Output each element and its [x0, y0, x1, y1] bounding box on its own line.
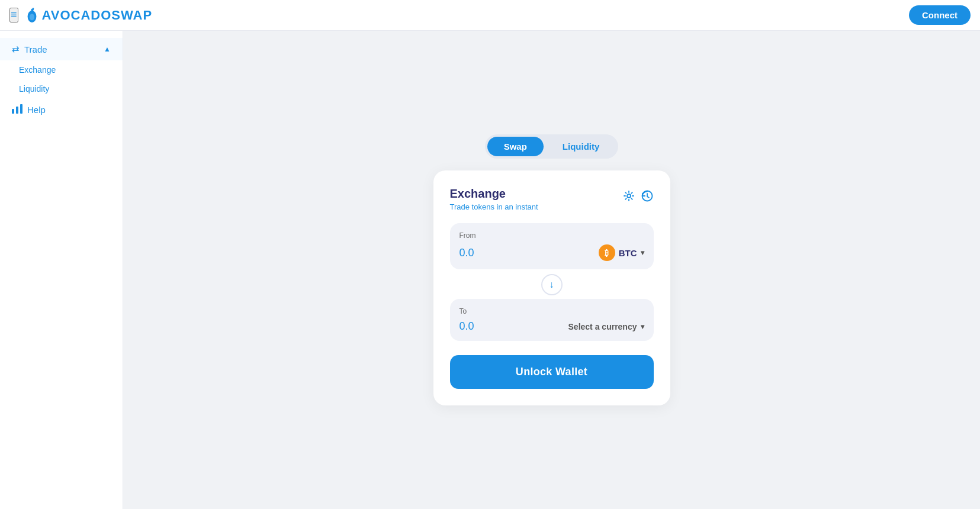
down-arrow-icon: ↓ [550, 279, 554, 290]
exchange-card: Exchange Trade tokens in an instant [433, 170, 670, 405]
to-token-placeholder: Select a currency [568, 322, 637, 331]
app-layout: ⇄ Trade ▲ Exchange Liquidity Help Swap L… [0, 31, 980, 509]
tab-bar: Swap Liquidity [485, 134, 619, 159]
swap-direction-container: ↓ [450, 274, 654, 295]
sidebar: ⇄ Trade ▲ Exchange Liquidity Help [0, 31, 123, 509]
to-token-row: Select a currency ▾ [460, 320, 644, 333]
bar-chart-icon [12, 104, 23, 115]
card-header: Exchange Trade tokens in an instant [450, 187, 654, 211]
sidebar-item-trade[interactable]: ⇄ Trade ▲ [0, 38, 123, 60]
svg-rect-4 [12, 109, 14, 114]
logo-icon [25, 8, 38, 23]
svg-point-1 [29, 14, 34, 20]
from-token-box: From ₿ BTC ▾ [450, 223, 654, 269]
logo-area: AVOCADOSWAP [25, 8, 153, 23]
from-token-label: BTC [619, 248, 637, 258]
trade-icon: ⇄ [12, 44, 20, 54]
app-header: ≡ AVOCADOSWAP Connect [0, 0, 980, 31]
exchange-subtitle: Trade tokens in an instant [450, 202, 538, 211]
sidebar-item-label-help: Help [27, 105, 46, 115]
swap-direction-button[interactable]: ↓ [541, 274, 563, 295]
settings-icon[interactable] [623, 190, 635, 202]
tab-liquidity[interactable]: Liquidity [546, 137, 616, 156]
btc-icon: ₿ [599, 244, 615, 261]
from-amount-input[interactable] [460, 247, 531, 259]
sidebar-item-label-trade: Trade [24, 44, 47, 54]
tab-swap[interactable]: Swap [487, 137, 544, 156]
sidebar-item-exchange[interactable]: Exchange [0, 60, 123, 79]
svg-point-7 [627, 194, 631, 198]
from-token-chevron-icon: ▾ [641, 249, 644, 257]
to-token-selector[interactable]: Select a currency ▾ [568, 322, 644, 331]
chevron-down-icon: ▲ [104, 45, 111, 53]
from-token-row: ₿ BTC ▾ [460, 244, 644, 261]
unlock-wallet-button[interactable]: Unlock Wallet [450, 355, 654, 389]
header-left: ≡ AVOCADOSWAP [9, 8, 152, 23]
card-title-area: Exchange Trade tokens in an instant [450, 187, 538, 211]
sidebar-item-help[interactable]: Help [0, 98, 123, 121]
history-icon[interactable] [641, 189, 654, 202]
to-token-box: To Select a currency ▾ [450, 299, 654, 341]
exchange-title: Exchange [450, 187, 538, 201]
from-token-selector[interactable]: ₿ BTC ▾ [599, 244, 644, 261]
from-label: From [460, 231, 644, 240]
to-token-chevron-icon: ▾ [641, 323, 644, 331]
to-amount-input[interactable] [460, 320, 531, 333]
avocado-logo-icon [25, 8, 38, 23]
main-content: Swap Liquidity Exchange Trade tokens in … [123, 31, 980, 509]
svg-rect-6 [20, 104, 23, 114]
menu-icon[interactable]: ≡ [9, 8, 18, 22]
to-label: To [460, 307, 644, 315]
connect-button[interactable]: Connect [909, 5, 971, 25]
svg-rect-5 [16, 107, 18, 114]
card-action-icons [623, 189, 654, 202]
logo-text: AVOCADOSWAP [42, 8, 153, 23]
sidebar-item-liquidity[interactable]: Liquidity [0, 79, 123, 98]
